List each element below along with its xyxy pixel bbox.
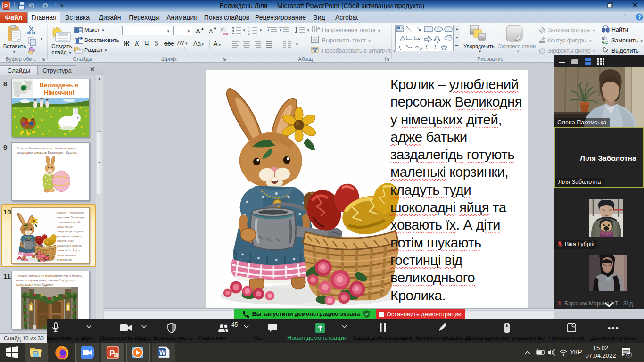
svg-text:Німеччині: Німеччині <box>44 89 74 96</box>
svg-text:A: A <box>221 27 223 32</box>
svg-text:ховають їх. А діти: ховають їх. А діти <box>57 249 80 252</box>
svg-text:шоколадні яйця та: шоколадні яйця та <box>57 244 82 247</box>
svg-text:Саме в Німеччині вперше з'явив: Саме в Німеччині вперше з'явився один із <box>17 147 76 150</box>
svg-text:кладуть туди: кладуть туди <box>57 239 74 242</box>
svg-text:Також у Німеччині є традиція: Також у Німеччині є традиція плести із г… <box>16 274 83 278</box>
svg-text:Великдень в: Великдень в <box>40 82 78 89</box>
svg-text:?: ? <box>638 14 641 20</box>
svg-text:W: W <box>159 349 166 356</box>
svg-text:заздалегідь готують: заздалегідь готують <box>57 230 83 233</box>
svg-text:гостинці від: гостинці від <box>57 258 73 261</box>
svg-text:квітів та стрічок вінки, святи: квітів та стрічок вінки, святити їх у це… <box>16 279 75 282</box>
svg-text:3: 3 <box>248 32 250 35</box>
svg-text:прикрашати ними будинки.: прикрашати ними будинки. <box>16 283 54 287</box>
svg-text:популярних символів Великодня: популярних символів Великодня – Кролик. <box>17 151 77 155</box>
svg-text:Олена Пахомська: Олена Пахомська <box>557 119 606 126</box>
svg-text:маленькі корзинки,: маленькі корзинки, <box>57 235 82 238</box>
svg-text:ac: ac <box>603 40 608 44</box>
svg-text:адже батьки: адже батьки <box>57 225 73 228</box>
svg-text:у німецьких дітей,: у німецьких дітей, <box>57 221 81 223</box>
svg-text:персонаж Великодня: персонаж Великодня <box>57 216 85 219</box>
svg-text:потім шукають: потім шукають <box>57 254 76 256</box>
svg-text:1: 1 <box>628 353 630 357</box>
svg-text:P: P <box>4 3 8 9</box>
svg-text:A: A <box>317 26 320 31</box>
svg-text:Кролик – улюблений: Кролик – улюблений <box>57 211 84 214</box>
